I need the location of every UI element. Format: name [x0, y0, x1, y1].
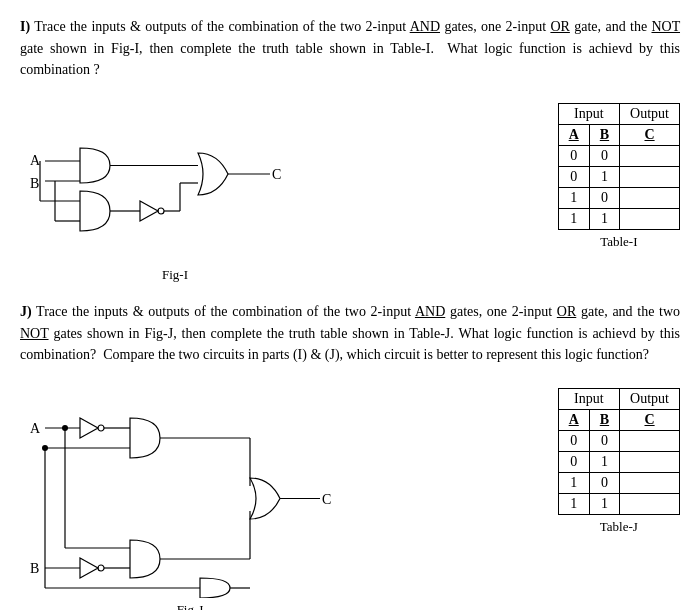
- cell-c: [620, 494, 680, 515]
- truth-table-i: Input Output A B C 0 0: [558, 103, 680, 230]
- cell-a: 1: [558, 473, 589, 494]
- and-underline-i: AND: [410, 19, 440, 34]
- cell-b: 1: [589, 452, 619, 473]
- and-underline-j: AND: [415, 304, 445, 319]
- label-a-i: A: [30, 153, 41, 168]
- fig-i-label: Fig-I: [162, 267, 188, 283]
- truth-table-j: Input Output A B C 0 0: [558, 388, 680, 515]
- cell-b: 0: [589, 146, 619, 167]
- label-b-i: B: [30, 176, 39, 191]
- circuit-j-wrap: A B: [20, 378, 360, 610]
- and1-gate-j: [130, 418, 160, 458]
- table-row: 0 0: [558, 431, 679, 452]
- col-a-header-j: A: [558, 410, 589, 431]
- table-row: 0 0: [558, 146, 679, 167]
- cell-b: 1: [589, 494, 619, 515]
- table-row: 1 1: [558, 494, 679, 515]
- cell-c: [620, 473, 680, 494]
- problem-i-label: I): [20, 19, 30, 34]
- cell-b: 0: [589, 431, 619, 452]
- label-b-j: B: [30, 561, 39, 576]
- problem-j-label: J): [20, 304, 32, 319]
- output-header-j: Output: [620, 389, 680, 410]
- or-gate-j: [250, 478, 280, 519]
- junction-b-top: [42, 445, 48, 451]
- table-row: 0 1: [558, 452, 679, 473]
- table-j-label: Table-J: [600, 519, 638, 535]
- cell-c: [620, 188, 680, 209]
- diagram-and-table-i: A B: [20, 93, 680, 283]
- circuit-i-svg: A B: [20, 93, 330, 263]
- problem-i-text: I) Trace the inputs & outputs of the com…: [20, 16, 680, 81]
- circuit-j-svg: A B: [20, 378, 360, 598]
- input-header-i: Input: [558, 104, 619, 125]
- col-c-header-i: C: [620, 125, 680, 146]
- cell-a: 1: [558, 209, 589, 230]
- cell-a: 0: [558, 146, 589, 167]
- output-header-i: Output: [620, 104, 680, 125]
- col-b-header-j: B: [589, 410, 619, 431]
- cell-a: 0: [558, 167, 589, 188]
- cell-b: 1: [589, 209, 619, 230]
- fig-j-label: Fig-J: [177, 602, 204, 610]
- col-b-header-i: B: [589, 125, 619, 146]
- or-underline-i: OR: [550, 19, 569, 34]
- and2-gate: [80, 191, 110, 231]
- diagram-and-table-j: A B: [20, 378, 680, 610]
- table-row: 0 1: [558, 167, 679, 188]
- section-j: J) Trace the inputs & outputs of the com…: [20, 301, 680, 610]
- problem-j-text: J) Trace the inputs & outputs of the com…: [20, 301, 680, 366]
- label-c-j: C: [322, 492, 331, 507]
- or-underline-j: OR: [557, 304, 576, 319]
- cell-c: [620, 167, 680, 188]
- or-gate-i: [198, 153, 228, 195]
- table-i-wrap: Input Output A B C 0 0: [558, 103, 680, 250]
- table-row: 1 0: [558, 188, 679, 209]
- cell-a: 1: [558, 188, 589, 209]
- and3-gate-j: [200, 578, 230, 598]
- cell-c: [620, 431, 680, 452]
- input-header-j: Input: [558, 389, 619, 410]
- cell-c: [620, 146, 680, 167]
- section-i: I) Trace the inputs & outputs of the com…: [20, 16, 680, 283]
- col-c-header-j: C: [620, 410, 680, 431]
- and1-gate: [80, 148, 110, 183]
- cell-a: 0: [558, 452, 589, 473]
- table-row: 1 1: [558, 209, 679, 230]
- not-underline-j: NOT: [20, 326, 49, 341]
- cell-c: [620, 209, 680, 230]
- label-a-j: A: [30, 421, 41, 436]
- table-row: 1 0: [558, 473, 679, 494]
- cell-b: 0: [589, 473, 619, 494]
- col-a-header-i: A: [558, 125, 589, 146]
- table-i-label: Table-I: [600, 234, 637, 250]
- cell-a: 1: [558, 494, 589, 515]
- and2-gate-j: [130, 540, 160, 578]
- not2-gate-j: [80, 558, 98, 578]
- cell-b: 1: [589, 167, 619, 188]
- cell-a: 0: [558, 431, 589, 452]
- not1-gate-j: [80, 418, 98, 438]
- not-underline-i: NOT: [651, 19, 680, 34]
- junction-a-j: [62, 425, 68, 431]
- table-j-wrap: Input Output A B C 0 0: [558, 388, 680, 535]
- circuit-i-wrap: A B: [20, 93, 330, 283]
- cell-b: 0: [589, 188, 619, 209]
- label-c-i: C: [272, 167, 281, 182]
- cell-c: [620, 452, 680, 473]
- not-gate-i: [140, 201, 158, 221]
